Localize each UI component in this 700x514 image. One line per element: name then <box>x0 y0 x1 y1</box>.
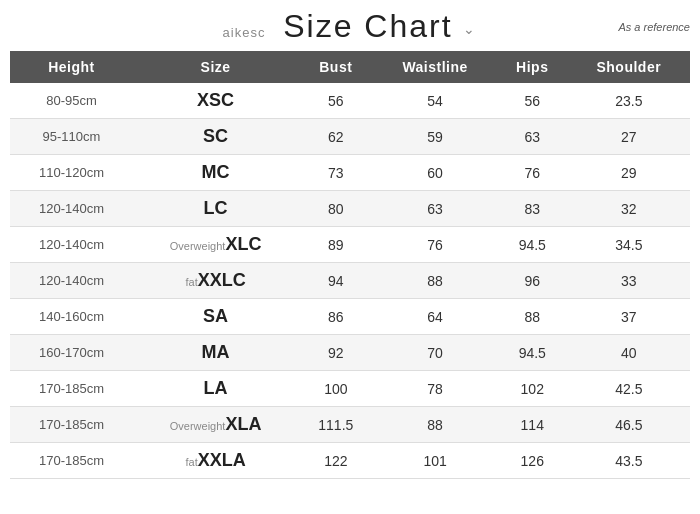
cell-height: 170-185cm <box>10 371 133 407</box>
cell-height: 110-120cm <box>10 155 133 191</box>
cell-size: fatXXLA <box>133 443 298 479</box>
cell-waist: 59 <box>373 119 497 155</box>
cell-size: MC <box>133 155 298 191</box>
cell-hips: 63 <box>497 119 568 155</box>
header: aikesc Size Chart ⌄ As a reference <box>10 8 690 45</box>
cell-size: LC <box>133 191 298 227</box>
cell-shoulder: 32 <box>568 191 690 227</box>
cell-height: 160-170cm <box>10 335 133 371</box>
size-chart-table: Height Size Bust Waistline Hips Shoulder… <box>10 51 690 479</box>
cell-bust: 86 <box>298 299 373 335</box>
cell-bust: 80 <box>298 191 373 227</box>
cell-hips: 126 <box>497 443 568 479</box>
cell-hips: 83 <box>497 191 568 227</box>
cell-bust: 94 <box>298 263 373 299</box>
table-row: 120-140cmfatXXLC94889633 <box>10 263 690 299</box>
cell-size: OverweightXLA <box>133 407 298 443</box>
cell-height: 120-140cm <box>10 227 133 263</box>
col-shoulder: Shoulder <box>568 51 690 83</box>
cell-shoulder: 40 <box>568 335 690 371</box>
cell-height: 170-185cm <box>10 443 133 479</box>
col-hips: Hips <box>497 51 568 83</box>
page-title: Size Chart ⌄ <box>283 8 477 44</box>
cell-hips: 88 <box>497 299 568 335</box>
cell-size: OverweightXLC <box>133 227 298 263</box>
cell-waist: 88 <box>373 263 497 299</box>
table-row: 170-185cmfatXXLA12210112643.5 <box>10 443 690 479</box>
cell-bust: 89 <box>298 227 373 263</box>
cell-waist: 63 <box>373 191 497 227</box>
table-row: 170-185cmOverweightXLA111.58811446.5 <box>10 407 690 443</box>
table-row: 80-95cmXSC56545623.5 <box>10 83 690 119</box>
cell-bust: 100 <box>298 371 373 407</box>
cell-bust: 111.5 <box>298 407 373 443</box>
cell-height: 95-110cm <box>10 119 133 155</box>
cell-shoulder: 43.5 <box>568 443 690 479</box>
cell-height: 140-160cm <box>10 299 133 335</box>
cell-waist: 64 <box>373 299 497 335</box>
cell-hips: 56 <box>497 83 568 119</box>
cell-size: XSC <box>133 83 298 119</box>
col-size: Size <box>133 51 298 83</box>
cell-shoulder: 29 <box>568 155 690 191</box>
cell-shoulder: 33 <box>568 263 690 299</box>
cell-waist: 76 <box>373 227 497 263</box>
cell-waist: 54 <box>373 83 497 119</box>
cell-height: 120-140cm <box>10 191 133 227</box>
table-row: 160-170cmMA927094.540 <box>10 335 690 371</box>
cell-shoulder: 42.5 <box>568 371 690 407</box>
reference-text: As a reference <box>618 21 690 33</box>
table-row: 120-140cmOverweightXLC897694.534.5 <box>10 227 690 263</box>
table-row: 140-160cmSA86648837 <box>10 299 690 335</box>
cell-hips: 96 <box>497 263 568 299</box>
col-bust: Bust <box>298 51 373 83</box>
cell-shoulder: 23.5 <box>568 83 690 119</box>
cell-bust: 73 <box>298 155 373 191</box>
cell-shoulder: 34.5 <box>568 227 690 263</box>
cell-waist: 60 <box>373 155 497 191</box>
cell-bust: 62 <box>298 119 373 155</box>
cell-height: 120-140cm <box>10 263 133 299</box>
table-row: 120-140cmLC80638332 <box>10 191 690 227</box>
cell-size: MA <box>133 335 298 371</box>
cell-shoulder: 27 <box>568 119 690 155</box>
cell-size: SC <box>133 119 298 155</box>
cell-bust: 56 <box>298 83 373 119</box>
cell-size: fatXXLC <box>133 263 298 299</box>
col-height: Height <box>10 51 133 83</box>
cell-bust: 122 <box>298 443 373 479</box>
cell-hips: 114 <box>497 407 568 443</box>
dropdown-icon[interactable]: ⌄ <box>463 21 477 37</box>
cell-waist: 88 <box>373 407 497 443</box>
cell-size: SA <box>133 299 298 335</box>
table-row: 110-120cmMC73607629 <box>10 155 690 191</box>
cell-hips: 94.5 <box>497 227 568 263</box>
brand-name: aikesc Size Chart ⌄ <box>10 8 690 45</box>
page-wrapper: aikesc Size Chart ⌄ As a reference Heigh… <box>0 0 700 514</box>
cell-height: 170-185cm <box>10 407 133 443</box>
cell-hips: 76 <box>497 155 568 191</box>
col-waistline: Waistline <box>373 51 497 83</box>
cell-shoulder: 46.5 <box>568 407 690 443</box>
cell-waist: 78 <box>373 371 497 407</box>
cell-waist: 101 <box>373 443 497 479</box>
cell-waist: 70 <box>373 335 497 371</box>
cell-size: LA <box>133 371 298 407</box>
table-row: 170-185cmLA1007810242.5 <box>10 371 690 407</box>
cell-bust: 92 <box>298 335 373 371</box>
table-row: 95-110cmSC62596327 <box>10 119 690 155</box>
cell-height: 80-95cm <box>10 83 133 119</box>
cell-hips: 94.5 <box>497 335 568 371</box>
cell-hips: 102 <box>497 371 568 407</box>
cell-shoulder: 37 <box>568 299 690 335</box>
table-header-row: Height Size Bust Waistline Hips Shoulder <box>10 51 690 83</box>
